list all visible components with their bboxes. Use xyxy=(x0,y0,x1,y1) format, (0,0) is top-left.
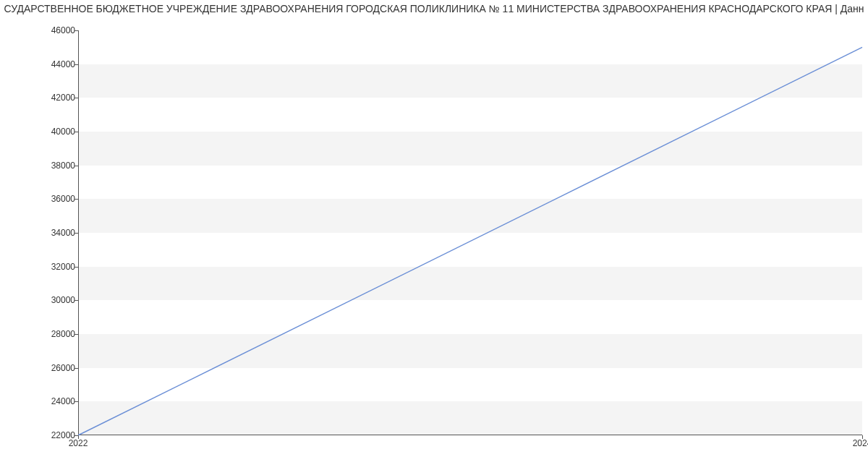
x-tick-label: 2022 xyxy=(69,438,88,448)
y-tick-label: 40000 xyxy=(10,127,75,137)
y-tick xyxy=(75,300,78,301)
y-tick-label: 46000 xyxy=(10,25,75,35)
y-tick-label: 30000 xyxy=(10,295,75,305)
x-tick xyxy=(862,435,863,439)
plot-area xyxy=(78,30,862,435)
y-tick-label: 26000 xyxy=(10,363,75,373)
y-tick-label: 34000 xyxy=(10,228,75,238)
y-tick-label: 22000 xyxy=(10,430,75,440)
y-tick-label: 28000 xyxy=(10,329,75,339)
y-tick xyxy=(75,166,78,166)
y-tick xyxy=(75,199,78,200)
y-tick xyxy=(75,64,78,65)
chart-container: 2200024000260002800030000320003400036000… xyxy=(0,16,868,464)
y-tick-label: 38000 xyxy=(10,161,75,171)
y-tick xyxy=(75,267,78,268)
y-tick xyxy=(75,98,78,98)
data-line xyxy=(78,47,862,435)
x-tick-label: 2024 xyxy=(853,438,868,448)
y-tick-label: 24000 xyxy=(10,396,75,406)
y-tick-label: 32000 xyxy=(10,262,75,272)
x-tick xyxy=(78,435,79,439)
y-tick xyxy=(75,30,78,31)
y-tick xyxy=(75,401,78,402)
y-tick-label: 42000 xyxy=(10,93,75,103)
y-tick xyxy=(75,368,78,369)
y-tick xyxy=(75,132,78,132)
y-tick-label: 44000 xyxy=(10,59,75,69)
y-tick xyxy=(75,334,78,335)
y-tick-label: 36000 xyxy=(10,194,75,204)
chart-title: СУДАРСТВЕННОЕ БЮДЖЕТНОЕ УЧРЕЖДЕНИЕ ЗДРАВ… xyxy=(0,0,868,16)
line-series xyxy=(78,30,862,435)
y-tick xyxy=(75,233,78,234)
